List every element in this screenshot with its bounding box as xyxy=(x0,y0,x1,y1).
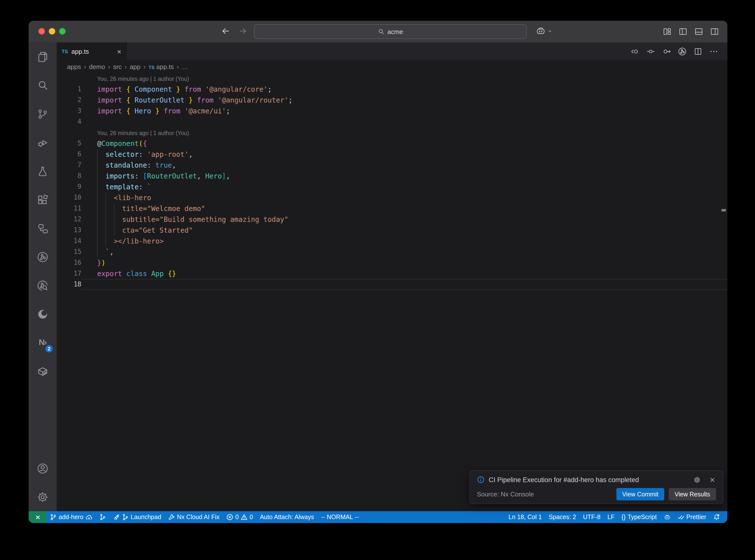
branch-icon xyxy=(50,514,57,521)
toggle-primary-sidebar-icon[interactable] xyxy=(678,27,688,37)
copilot-status[interactable] xyxy=(660,511,674,523)
line-number: 7 xyxy=(57,160,81,171)
search-activity-item[interactable] xyxy=(28,71,57,100)
scm-graph-status[interactable] xyxy=(96,511,110,523)
testing-activity-item[interactable] xyxy=(28,157,57,185)
remote-indicator[interactable] xyxy=(28,511,46,523)
account-activity-item[interactable] xyxy=(28,454,57,483)
minigraph-icon xyxy=(99,514,106,521)
blame-text: You, 26 minutes ago | 1 author (You) xyxy=(81,127,728,138)
split-editor-icon[interactable] xyxy=(693,46,703,56)
breadcrumb-item[interactable]: … xyxy=(182,63,188,70)
copilot-menu[interactable] xyxy=(536,26,553,36)
containers-activity-item[interactable] xyxy=(28,357,57,385)
line-number: 10 xyxy=(57,192,81,203)
nx-graph-action-icon[interactable] xyxy=(678,46,687,56)
forward-arrow-icon[interactable] xyxy=(238,26,247,36)
breadcrumb-item[interactable]: app xyxy=(130,63,140,70)
breadcrumb-separator: › xyxy=(176,63,179,70)
edge-devtools-activity-item[interactable] xyxy=(28,300,57,328)
notification-settings-gear-icon[interactable] xyxy=(693,476,701,483)
search-icon xyxy=(37,79,49,92)
breadcrumb-item[interactable]: TS app.ts xyxy=(148,63,174,70)
code-text: <lib-hero xyxy=(81,192,728,203)
nx-project-view-activity-item[interactable] xyxy=(28,214,57,242)
git-branch-status[interactable]: add-hero xyxy=(46,511,96,523)
nx-graph-activity-item[interactable] xyxy=(28,271,57,300)
indent-guide xyxy=(114,203,114,214)
back-arrow-icon[interactable] xyxy=(221,26,231,36)
indent-guide xyxy=(97,225,98,236)
more-actions-icon[interactable] xyxy=(709,46,718,56)
breadcrumb-item[interactable]: demo xyxy=(89,63,105,70)
command-center-search[interactable]: acme xyxy=(254,24,527,39)
copilot-icon xyxy=(536,26,546,36)
testing-icon xyxy=(37,165,49,177)
code-text: title="Welcmoe demo" xyxy=(81,203,728,214)
minimize-window-button[interactable] xyxy=(49,28,55,35)
line-number: 12 xyxy=(57,214,81,225)
indentation-status[interactable]: Spaces: 2 xyxy=(545,511,579,523)
extensions-activity-item[interactable] xyxy=(28,185,57,214)
source-control-activity-item[interactable] xyxy=(28,100,57,128)
breadcrumb-item[interactable]: apps xyxy=(67,63,81,70)
nx-cloud-ai-fix-status[interactable]: Nx Cloud AI Fix xyxy=(165,511,223,523)
code-text: subtitle="Build something amazing today" xyxy=(81,214,728,225)
close-window-button[interactable] xyxy=(38,28,45,35)
view-results-button[interactable]: View Results xyxy=(669,488,716,500)
chevron-down-icon xyxy=(547,28,553,34)
toggle-secondary-sidebar-icon[interactable] xyxy=(710,27,719,37)
language-status[interactable]: {}TypeScript xyxy=(618,511,660,523)
code-line: 5@Component({ xyxy=(57,138,728,149)
code-text: import { RouterOutlet } from '@angular/r… xyxy=(81,95,728,105)
close-tab-icon[interactable]: × xyxy=(117,47,121,55)
auto-attach-status[interactable]: Auto Attach: Always xyxy=(256,511,318,523)
belldot-icon xyxy=(713,514,720,521)
line-number xyxy=(57,127,81,138)
notification-title: CI Pipeline Execution for #add-hero has … xyxy=(489,476,686,483)
toggle-panel-icon[interactable] xyxy=(694,27,704,37)
commit-icon[interactable] xyxy=(646,46,655,56)
line-number: 15 xyxy=(57,246,81,257)
outgoing-changes-icon[interactable] xyxy=(662,46,671,56)
notification-close-icon[interactable] xyxy=(709,476,716,483)
problems-status[interactable]: 00 xyxy=(223,511,256,523)
settings-gear-activity-item[interactable] xyxy=(28,483,57,511)
view-commit-button[interactable]: View Commit xyxy=(616,488,664,500)
nx-activity-item[interactable]: N›2 xyxy=(28,328,57,357)
code-editor[interactable]: You, 26 minutes ago | 1 author (You)1imp… xyxy=(57,73,728,511)
indent-guide xyxy=(105,192,106,203)
code-line: 8 imports: [RouterOutlet, Hero], xyxy=(57,171,728,181)
code-line: 18 xyxy=(57,279,728,290)
vim-mode-status[interactable]: -- NORMAL -- xyxy=(318,511,362,523)
edge-devtools-icon xyxy=(37,308,49,320)
wrench-icon xyxy=(168,514,175,521)
cursor-position-status[interactable]: Ln 18, Col 1 xyxy=(505,511,545,523)
notifications-bell[interactable] xyxy=(710,511,723,523)
launchpad-status[interactable]: Launchpad xyxy=(110,511,165,523)
activity-bar: N›2 xyxy=(28,42,57,511)
title-bar: acme xyxy=(28,21,728,42)
customize-layout-icon[interactable] xyxy=(662,27,672,37)
run-debug-activity-item[interactable] xyxy=(28,128,57,157)
nx-console-activity-item[interactable] xyxy=(28,242,57,271)
code-text: import { Component } from '@angular/core… xyxy=(81,84,728,95)
previous-change-icon[interactable] xyxy=(630,46,640,56)
encoding-status[interactable]: UTF-8 xyxy=(580,511,604,523)
prettier-status[interactable]: Prettier xyxy=(674,511,710,523)
zoom-window-button[interactable] xyxy=(59,28,65,35)
indent-guide xyxy=(114,225,114,236)
dblcheck-icon xyxy=(677,514,684,521)
eol-status[interactable]: LF xyxy=(604,511,618,523)
code-text: standalone: true, xyxy=(81,160,728,171)
tab-app-ts[interactable]: TS app.ts × xyxy=(57,42,127,60)
indent-guide xyxy=(97,192,98,203)
code-line: 12 subtitle="Build something amazing tod… xyxy=(57,214,728,225)
account-icon xyxy=(37,462,49,475)
explorer-activity-item[interactable] xyxy=(28,42,57,71)
line-number xyxy=(57,73,81,84)
breadcrumb-item[interactable]: src xyxy=(113,63,122,70)
cloudup-icon xyxy=(85,514,92,521)
remote-icon xyxy=(34,514,41,521)
line-number: 9 xyxy=(57,181,81,192)
